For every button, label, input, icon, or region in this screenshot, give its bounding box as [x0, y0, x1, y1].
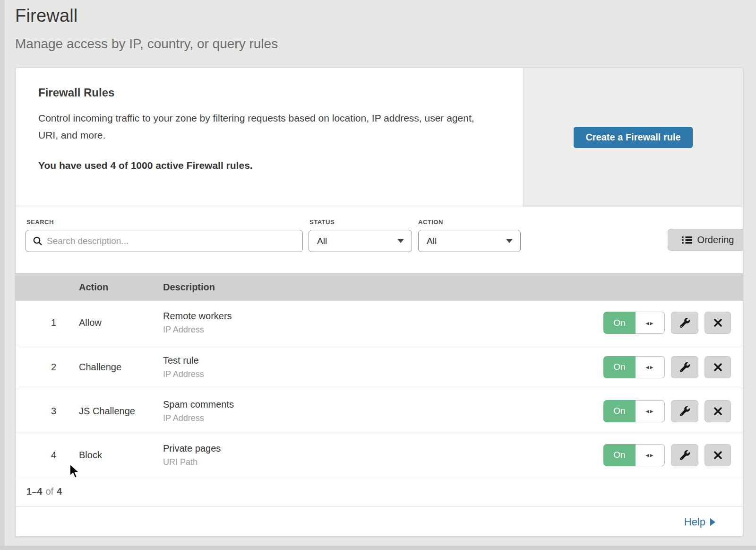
wrench-icon: [680, 362, 690, 372]
toggle-on-label: On: [603, 400, 636, 422]
search-icon: [33, 236, 43, 246]
help-arrow-icon: [710, 518, 715, 526]
rules-usage-text: You have used 4 of 1000 active Firewall …: [38, 160, 523, 171]
toggle-arrows-icon: ◂▸: [636, 356, 665, 378]
rule-enabled-toggle[interactable]: On ◂▸: [603, 356, 665, 378]
rules-intro-section: Firewall Rules Control incoming traffic …: [16, 68, 743, 207]
pagination: 1–4 of 4: [16, 477, 743, 506]
rule-match-type: IP Address: [163, 325, 232, 335]
rule-priority: 4: [16, 450, 56, 461]
page-header: Firewall Manage access by IP, country, o…: [15, 6, 278, 52]
chevron-down-icon: [506, 239, 513, 243]
rules-intro-text: Firewall Rules Control incoming traffic …: [16, 68, 523, 207]
rules-intro-side-panel: Create a Firewall rule: [523, 68, 743, 207]
action-select-value: All: [427, 236, 437, 246]
close-icon: [713, 318, 722, 327]
window-edge: [0, 546, 756, 550]
filters-section: SEARCH STATUS ACTION All All Ordering: [16, 207, 743, 273]
rule-description: Test rule: [163, 355, 204, 366]
rules-card-description: Control incoming traffic to your zone by…: [38, 110, 487, 144]
rule-action: Block: [79, 450, 163, 461]
status-select[interactable]: All: [309, 230, 412, 252]
rule-description: Spam comments: [163, 399, 234, 410]
pagination-range: 1–4: [26, 486, 42, 497]
close-icon: [713, 363, 722, 372]
toggle-on-label: On: [603, 356, 636, 378]
rule-priority: 1: [16, 317, 56, 328]
delete-rule-button[interactable]: [704, 312, 731, 334]
mouse-cursor: [69, 463, 81, 479]
ordering-button[interactable]: Ordering: [668, 229, 743, 251]
toggle-arrows-icon: ◂▸: [636, 312, 665, 334]
table-header: Action Description: [16, 273, 743, 301]
toggle-arrows-icon: ◂▸: [636, 444, 665, 466]
page-subtitle: Manage access by IP, country, or query r…: [15, 36, 278, 52]
wrench-icon: [680, 406, 690, 416]
rule-priority: 2: [16, 362, 56, 373]
toggle-on-label: On: [603, 312, 636, 334]
help-link[interactable]: Help: [684, 516, 715, 528]
wrench-icon: [680, 318, 690, 328]
delete-rule-button[interactable]: [704, 356, 731, 378]
close-icon: [713, 451, 722, 460]
table-row: 3 JS Challenge Spam comments IP Address …: [16, 389, 743, 433]
rule-match-type: IP Address: [163, 369, 204, 379]
rule-enabled-toggle[interactable]: On ◂▸: [603, 444, 665, 466]
edit-rule-button[interactable]: [671, 356, 698, 378]
rule-description: Remote workers: [163, 311, 232, 322]
delete-rule-button[interactable]: [704, 400, 731, 422]
rule-action: JS Challenge: [79, 406, 163, 417]
action-label: ACTION: [418, 218, 443, 226]
rule-priority: 3: [16, 406, 56, 417]
action-select[interactable]: All: [418, 230, 521, 252]
edit-rule-button[interactable]: [671, 400, 698, 422]
column-header-description: Description: [163, 282, 215, 293]
status-select-value: All: [317, 236, 327, 246]
rule-action: Challenge: [79, 362, 163, 373]
toggle-arrows-icon: ◂▸: [636, 400, 665, 422]
help-link-label: Help: [684, 516, 705, 528]
rules-card-title: Firewall Rules: [38, 86, 523, 99]
rules-table-body: 1 Allow Remote workers IP Address On ◂▸: [16, 301, 743, 477]
search-label: SEARCH: [26, 218, 54, 226]
rule-enabled-toggle[interactable]: On ◂▸: [603, 400, 665, 422]
rule-match-type: IP Address: [163, 413, 234, 423]
column-header-action: Action: [79, 282, 163, 293]
wrench-icon: [680, 450, 690, 460]
pagination-total: 4: [57, 486, 62, 497]
rule-enabled-toggle[interactable]: On ◂▸: [603, 312, 665, 334]
firewall-rules-card: Firewall Rules Control incoming traffic …: [15, 68, 743, 537]
ordering-list-icon: [682, 236, 692, 244]
toggle-on-label: On: [603, 444, 636, 466]
delete-rule-button[interactable]: [704, 444, 731, 466]
create-firewall-rule-button[interactable]: Create a Firewall rule: [574, 127, 692, 148]
table-row: 4 Block Private pages URI Path On ◂▸: [16, 433, 743, 477]
page-title: Firewall: [15, 6, 278, 26]
search-input[interactable]: [47, 232, 302, 251]
rule-match-type: URI Path: [163, 457, 221, 467]
edit-rule-button[interactable]: [671, 312, 698, 334]
status-label: STATUS: [309, 218, 335, 226]
search-box[interactable]: [26, 230, 303, 252]
card-footer: Help: [16, 506, 743, 537]
ordering-button-label: Ordering: [697, 235, 734, 245]
rule-description: Private pages: [163, 443, 221, 454]
table-row: 2 Challenge Test rule IP Address On ◂▸: [16, 345, 743, 389]
rule-action: Allow: [79, 317, 163, 328]
table-row: 1 Allow Remote workers IP Address On ◂▸: [16, 301, 743, 345]
edit-rule-button[interactable]: [671, 444, 698, 466]
pagination-of-label: of: [45, 486, 53, 497]
window-edge: [0, 0, 5, 550]
chevron-down-icon: [397, 239, 404, 243]
close-icon: [713, 407, 722, 416]
